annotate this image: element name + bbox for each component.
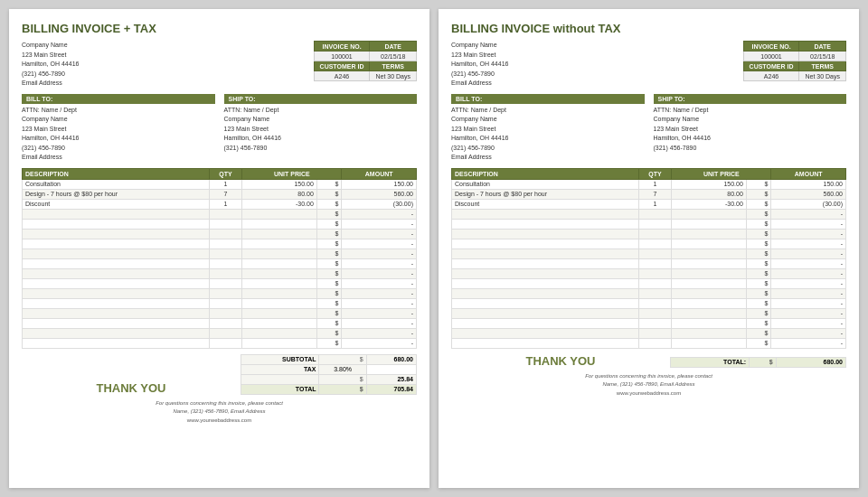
invoice2-bill-to: BILL TO: ATTN: Name / Dept Company Name … (451, 94, 645, 163)
item-dollar: $ (316, 189, 342, 199)
item-dollar: $ (316, 179, 342, 189)
empty-desc (23, 328, 210, 338)
empty-dollar: $ (316, 209, 342, 219)
empty-amt: - (342, 209, 417, 219)
empty-qty (209, 209, 242, 219)
table-row: Consultation 1 150.00 $ 150.00 (23, 179, 417, 189)
empty-desc (23, 219, 210, 229)
empty-desc (23, 338, 210, 348)
empty-unit (242, 229, 317, 239)
empty2-desc (452, 258, 639, 268)
empty2-qty (638, 229, 672, 239)
invoice1-header: Company Name 123 Main Street Hamilton, O… (22, 41, 417, 89)
table-row: $ - (23, 338, 417, 348)
empty2-amt: - (771, 288, 846, 298)
invoice1-contact: For questions concerning this invoice, p… (22, 399, 417, 416)
empty2-desc (452, 318, 639, 328)
invoice1-totals: SUBTOTAL $ 680.00 TAX 3.80% $ 25.84 TOTA… (241, 354, 417, 395)
invoice-no-value: 100001 (314, 52, 370, 61)
invoice1-items-table: DESCRIPTION QTY UNIT PRICE AMOUNT Consul… (22, 168, 417, 349)
table-row: $ - (23, 239, 417, 248)
empty2-dollar: $ (746, 328, 771, 338)
item-qty: 1 (209, 179, 242, 189)
empty-unit (242, 308, 317, 318)
col2-unit-price: UNIT PRICE (672, 168, 771, 179)
company-address1: 123 Main Street (22, 51, 79, 61)
empty-dollar: $ (316, 248, 342, 258)
item-unit: -30.00 (242, 199, 317, 209)
empty2-dollar: $ (746, 219, 771, 229)
table-row: $ - (452, 328, 846, 338)
col2-description: DESCRIPTION (452, 168, 639, 179)
empty2-desc (452, 308, 639, 318)
empty-amt: - (342, 318, 417, 328)
empty2-amt: - (771, 328, 846, 338)
empty-qty (209, 288, 242, 298)
empty2-qty (638, 278, 672, 288)
company-name: Company Name (22, 41, 79, 51)
item2-dollar: $ (746, 179, 771, 189)
invoice1-company: Company Name 123 Main Street Hamilton, O… (22, 41, 79, 89)
total-label: TOTAL (241, 384, 319, 394)
invoice2-contact: For questions concerning this invoice, p… (451, 372, 846, 389)
empty-unit (242, 239, 317, 248)
empty-desc (23, 268, 210, 278)
empty-desc (23, 288, 210, 298)
empty-qty (209, 338, 242, 348)
invoice-without-tax: BILLING INVOICE without TAX Company Name… (439, 9, 859, 488)
empty2-qty (638, 318, 672, 328)
col-amount: AMOUNT (342, 168, 417, 179)
invoice1-thank-you: THANK YOU (22, 381, 241, 395)
item2-unit: 80.00 (672, 189, 747, 199)
empty-unit (242, 268, 317, 278)
empty-dollar: $ (316, 318, 342, 328)
invoice1-meta: INVOICE NO. DATE 100001 02/15/18 CUSTOME… (314, 41, 417, 89)
invoice2-items-table: DESCRIPTION QTY UNIT PRICE AMOUNT Consul… (451, 168, 846, 349)
empty2-unit (672, 328, 747, 338)
table-row: $ - (452, 268, 846, 278)
table-row: $ - (23, 328, 417, 338)
invoice2-date-label: DATE (799, 42, 846, 52)
company2-email: Email Address (451, 79, 508, 89)
empty2-unit (672, 288, 747, 298)
empty2-desc (452, 288, 639, 298)
ship2-company: Company Name (654, 115, 847, 125)
table-row: Discount 1 -30.00 $ (30.00) (23, 199, 417, 209)
empty-amt: - (342, 338, 417, 348)
subtotal-label: SUBTOTAL (241, 354, 319, 364)
item-qty: 1 (209, 199, 242, 209)
empty2-unit (672, 258, 747, 268)
invoice2-meta: INVOICE NO. DATE 100001 02/15/18 CUSTOME… (743, 41, 846, 89)
item-qty: 7 (209, 189, 242, 199)
empty-amt: - (342, 229, 417, 239)
empty-desc (23, 209, 210, 219)
bill2-phone: (321) 456-7890 (451, 144, 645, 154)
empty2-unit (672, 229, 747, 239)
empty2-dollar: $ (746, 288, 771, 298)
bill2-email: Email Address (451, 153, 645, 163)
item2-dollar: $ (746, 189, 771, 199)
empty2-unit (672, 278, 747, 288)
empty-amt: - (342, 278, 417, 288)
empty2-dollar: $ (746, 229, 771, 239)
empty2-dollar: $ (746, 278, 771, 288)
empty-amt: - (342, 328, 417, 338)
bill2-address1: 123 Main Street (451, 125, 645, 135)
invoice1-title: BILLING INVOICE + TAX (22, 22, 417, 35)
empty-dollar: $ (316, 219, 342, 229)
empty-qty (209, 248, 242, 258)
invoice1-bill-ship: BILL TO: ATTN: Name / Dept Company Name … (22, 94, 417, 163)
empty-desc (23, 318, 210, 328)
bill2-attn: ATTN: Name / Dept (451, 106, 645, 116)
empty2-qty (638, 219, 672, 229)
col2-qty: QTY (638, 168, 672, 179)
bill-attn: ATTN: Name / Dept (22, 106, 215, 116)
ship2-address2: Hamilton, OH 44416 (654, 134, 847, 144)
table-row: $ - (452, 248, 846, 258)
table-row: Design - 7 hours @ $80 per hour 7 80.00 … (452, 189, 846, 199)
empty2-amt: - (771, 308, 846, 318)
total-value: 705.84 (366, 384, 416, 394)
bill-to-label: BILL TO: (22, 94, 215, 104)
empty2-amt: - (771, 209, 846, 219)
empty-amt: - (342, 268, 417, 278)
